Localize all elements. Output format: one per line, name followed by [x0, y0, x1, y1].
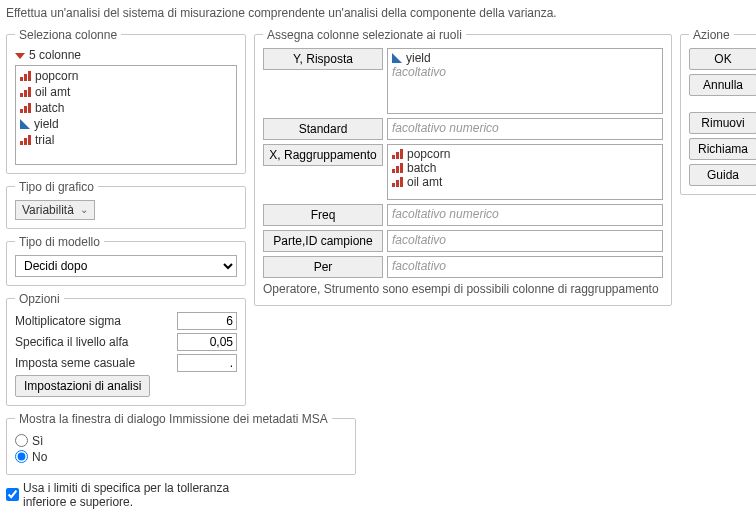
bars-icon — [20, 135, 31, 145]
options-group: Opzioni Moltiplicatore sigma Specifica i… — [6, 292, 246, 406]
per-button[interactable]: Per — [263, 256, 383, 278]
roles-legend: Assegna colonne selezionate ai ruoli — [263, 28, 466, 42]
y-value: yield — [406, 51, 431, 65]
chart-type-value: Variabilità — [22, 203, 74, 217]
roles-note: Operatore, Strumento sono esempi di poss… — [263, 282, 663, 298]
msa-legend: Mostra la finestra di dialogo Immissione… — [15, 412, 332, 426]
ok-button[interactable]: OK — [689, 48, 756, 70]
chart-type-dropdown[interactable]: Variabilità ⌄ — [15, 200, 95, 220]
analysis-settings-button[interactable]: Impostazioni di analisi — [15, 375, 150, 397]
msa-no-radio[interactable] — [15, 450, 28, 463]
actions-group: Azione OK Annulla Rimuovi Richiama Guida — [680, 28, 756, 195]
spec-limits-label: Usa i limiti di specifica per la tollera… — [23, 481, 246, 509]
standard-placeholder: facoltativo numerico — [392, 121, 499, 135]
bars-icon — [20, 103, 31, 113]
list-item[interactable]: yield — [18, 116, 234, 132]
x-value: batch — [407, 161, 436, 175]
column-name: yield — [34, 117, 59, 131]
column-name: oil amt — [35, 85, 70, 99]
per-placeholder: facoltativo — [392, 259, 446, 273]
dialog-description: Effettua un'analisi del sistema di misur… — [6, 6, 750, 22]
chart-type-legend: Tipo di grafico — [15, 180, 98, 194]
bars-icon — [20, 87, 31, 97]
msa-yes-radio[interactable] — [15, 434, 28, 447]
bars-icon — [392, 177, 403, 187]
msa-no-label: No — [32, 450, 47, 464]
y-response-button[interactable]: Y, Risposta — [263, 48, 383, 70]
triangle-icon — [392, 53, 402, 63]
roles-group: Assegna colonne selezionate ai ruoli Y, … — [254, 28, 672, 307]
list-item[interactable]: trial — [18, 132, 234, 148]
y-response-box[interactable]: yield facoltativo — [387, 48, 663, 114]
options-legend: Opzioni — [15, 292, 64, 306]
column-name: batch — [35, 101, 64, 115]
remove-button[interactable]: Rimuovi — [689, 112, 756, 134]
part-id-box[interactable]: facoltativo — [387, 230, 663, 252]
list-item[interactable]: oil amt — [18, 84, 234, 100]
x-value: oil amt — [407, 175, 442, 189]
msa-dialog-group: Mostra la finestra di dialogo Immissione… — [6, 412, 356, 475]
columns-count-label: 5 colonne — [29, 48, 81, 62]
per-box[interactable]: facoltativo — [387, 256, 663, 278]
y-placeholder: facoltativo — [392, 65, 658, 79]
actions-legend: Azione — [689, 28, 734, 42]
model-type-legend: Tipo di modello — [15, 235, 104, 249]
chart-type-group: Tipo di grafico Variabilità ⌄ — [6, 180, 246, 229]
dropdown-triangle-icon — [15, 53, 25, 59]
part-placeholder: facoltativo — [392, 233, 446, 247]
chevron-down-icon: ⌄ — [80, 204, 88, 215]
msa-yes-label: Sì — [32, 434, 43, 448]
standard-box[interactable]: facoltativo numerico — [387, 118, 663, 140]
seed-label: Imposta seme casuale — [15, 356, 173, 370]
model-type-group: Tipo di modello Decidi dopo — [6, 235, 246, 286]
model-type-select[interactable]: Decidi dopo — [15, 255, 237, 277]
list-item[interactable]: batch — [18, 100, 234, 116]
standard-button[interactable]: Standard — [263, 118, 383, 140]
bars-icon — [392, 149, 403, 159]
part-id-button[interactable]: Parte,ID campione — [263, 230, 383, 252]
freq-button[interactable]: Freq — [263, 204, 383, 226]
list-item[interactable]: popcorn — [18, 68, 234, 84]
alpha-input[interactable] — [177, 333, 237, 351]
sigma-label: Moltiplicatore sigma — [15, 314, 173, 328]
sigma-input[interactable] — [177, 312, 237, 330]
help-button[interactable]: Guida — [689, 164, 756, 186]
seed-input[interactable] — [177, 354, 237, 372]
freq-box[interactable]: facoltativo numerico — [387, 204, 663, 226]
alpha-label: Specifica il livello alfa — [15, 335, 173, 349]
x-value: popcorn — [407, 147, 450, 161]
x-grouping-box[interactable]: popcorn batch oil amt — [387, 144, 663, 200]
x-grouping-button[interactable]: X, Raggruppamento — [263, 144, 383, 166]
select-columns-group: Seleziona colonne 5 colonne popcorn oil … — [6, 28, 246, 174]
columns-count-header[interactable]: 5 colonne — [15, 48, 237, 62]
recall-button[interactable]: Richiama — [689, 138, 756, 160]
bars-icon — [392, 163, 403, 173]
triangle-icon — [20, 119, 30, 129]
columns-list[interactable]: popcorn oil amt batch yield trial — [15, 65, 237, 165]
bars-icon — [20, 71, 31, 81]
cancel-button[interactable]: Annulla — [689, 74, 756, 96]
select-columns-legend: Seleziona colonne — [15, 28, 121, 42]
freq-placeholder: facoltativo numerico — [392, 207, 499, 221]
column-name: trial — [35, 133, 54, 147]
column-name: popcorn — [35, 69, 78, 83]
spec-limits-checkbox[interactable] — [6, 488, 19, 501]
